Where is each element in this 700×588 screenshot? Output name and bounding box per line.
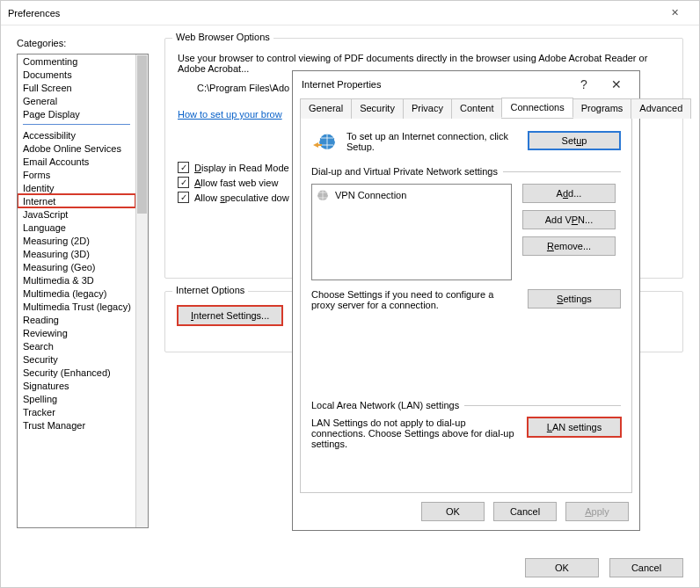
- lan-row: LAN Settings do not apply to dial-up con…: [311, 417, 621, 449]
- add-vpn-button[interactable]: Add VPN...: [522, 210, 616, 229]
- inet-titlebar: Internet Properties ? ✕: [293, 71, 639, 98]
- category-item[interactable]: Measuring (Geo): [18, 260, 135, 273]
- vpn-entry-label: VPN Connection: [335, 190, 406, 200]
- category-item[interactable]: Language: [18, 221, 135, 234]
- inet-title: Internet Properties: [302, 79, 569, 90]
- prefs-footer: OK Cancel: [1, 548, 699, 587]
- category-item[interactable]: Accessibility: [18, 128, 135, 142]
- globe-wizard-icon: [311, 131, 338, 154]
- help-icon[interactable]: ?: [569, 77, 599, 91]
- category-item[interactable]: Trust Manager: [18, 418, 135, 432]
- category-item[interactable]: Multimedia Trust (legacy): [18, 300, 135, 313]
- tab-general[interactable]: General: [300, 98, 352, 119]
- check-read-mode-label: Display in Read Mode: [194, 163, 289, 173]
- category-item[interactable]: Forms: [18, 168, 135, 181]
- setup-button[interactable]: Setup: [528, 131, 621, 150]
- lan-settings-button[interactable]: LAN settings: [528, 417, 621, 437]
- category-item[interactable]: Tracker: [18, 405, 135, 418]
- lan-text: LAN Settings do not apply to dial-up con…: [311, 417, 517, 449]
- setup-row: To set up an Internet connection, click …: [311, 131, 621, 154]
- categories-listbox[interactable]: CommentingDocumentsFull ScreenGeneralPag…: [17, 54, 149, 528]
- scrollbar-thumb[interactable]: [137, 55, 147, 214]
- category-item[interactable]: Multimedia & 3D: [18, 273, 135, 287]
- tab-security[interactable]: Security: [351, 98, 404, 119]
- connections-tab-content: To set up an Internet connection, click …: [300, 119, 632, 493]
- prefs-title: Preferences: [8, 8, 657, 18]
- proxy-row: Choose Settings if you need to configure…: [311, 289, 621, 310]
- category-item[interactable]: Identity: [18, 181, 135, 194]
- category-item[interactable]: Multimedia (legacy): [18, 287, 135, 300]
- add-button[interactable]: Add...: [522, 184, 616, 203]
- category-item[interactable]: Page Display: [18, 107, 135, 120]
- setup-text: To set up an Internet connection, click …: [346, 131, 519, 152]
- dialup-label-text: Dial-up and Virtual Private Network sett…: [311, 166, 498, 177]
- category-item[interactable]: Signatures: [18, 379, 135, 392]
- prefs-titlebar: Preferences ✕: [1, 1, 699, 25]
- tab-programs[interactable]: Programs: [572, 98, 632, 119]
- category-item[interactable]: Adobe Online Services: [18, 142, 135, 155]
- close-icon[interactable]: ✕: [599, 77, 634, 91]
- checkbox-icon[interactable]: [178, 192, 189, 203]
- checkbox-icon[interactable]: [178, 162, 189, 173]
- internet-properties-dialog: Internet Properties ? ✕ GeneralSecurityP…: [292, 70, 640, 531]
- category-item[interactable]: Security (Enhanced): [18, 366, 135, 379]
- tab-privacy[interactable]: Privacy: [403, 98, 452, 119]
- cancel-button[interactable]: Cancel: [493, 502, 557, 521]
- category-item[interactable]: Commenting: [18, 54, 135, 68]
- category-item[interactable]: Internet: [18, 194, 135, 207]
- vpn-connection-icon: [316, 188, 330, 202]
- category-separator: [23, 124, 130, 125]
- group-caption: Internet Options: [172, 285, 248, 295]
- remove-button[interactable]: Remove...: [522, 236, 616, 256]
- inet-tabstrip: GeneralSecurityPrivacyContentConnections…: [300, 98, 632, 119]
- category-item[interactable]: Documents: [18, 68, 135, 81]
- category-item[interactable]: Full Screen: [18, 81, 135, 94]
- lan-section-label: Local Area Network (LAN) settings: [311, 400, 621, 410]
- inet-footer: OK Cancel Apply: [293, 493, 639, 530]
- category-item[interactable]: Measuring (3D): [18, 247, 135, 260]
- divider: [464, 405, 621, 406]
- cancel-button[interactable]: Cancel: [609, 558, 683, 577]
- apply-button[interactable]: Apply: [565, 502, 629, 521]
- vpn-buttons: Add... Add VPN... Remove...: [522, 184, 616, 280]
- category-item[interactable]: Security: [18, 352, 135, 366]
- howto-link[interactable]: How to set up your brow: [178, 109, 282, 120]
- vpn-row: VPN Connection Add... Add VPN... Remove.…: [311, 184, 621, 280]
- tab-advanced[interactable]: Advanced: [631, 98, 691, 119]
- tab-connections[interactable]: Connections: [501, 98, 572, 118]
- settings-button[interactable]: Settings: [528, 289, 621, 309]
- close-icon[interactable]: ✕: [657, 3, 692, 24]
- category-item[interactable]: Measuring (2D): [18, 234, 135, 247]
- category-item[interactable]: Reading: [18, 313, 135, 326]
- category-item[interactable]: General: [18, 94, 135, 107]
- internet-settings-button[interactable]: Internet Settings...: [178, 306, 282, 325]
- category-item[interactable]: JavaScript: [18, 207, 135, 221]
- group-caption: Web Browser Options: [172, 32, 273, 42]
- check-speculative-label: Allow speculative dow: [194, 192, 289, 203]
- proxy-text: Choose Settings if you need to configure…: [311, 289, 517, 310]
- scrollbar[interactable]: [135, 54, 148, 527]
- vpn-entry[interactable]: VPN Connection: [316, 188, 507, 202]
- tab-content[interactable]: Content: [451, 98, 503, 119]
- category-item[interactable]: Reviewing: [18, 326, 135, 339]
- divider: [503, 171, 621, 172]
- checkbox-icon[interactable]: [178, 177, 189, 188]
- category-item[interactable]: Email Accounts: [18, 155, 135, 168]
- ok-button[interactable]: OK: [525, 558, 599, 577]
- category-item[interactable]: Spelling: [18, 392, 135, 405]
- category-item[interactable]: Search: [18, 339, 135, 352]
- dialup-section-label: Dial-up and Virtual Private Network sett…: [311, 166, 621, 177]
- lan-label-text: Local Area Network (LAN) settings: [311, 400, 459, 410]
- vpn-listbox[interactable]: VPN Connection: [311, 184, 512, 280]
- check-fast-web-label: Allow fast web view: [194, 178, 278, 188]
- ok-button[interactable]: OK: [421, 502, 485, 521]
